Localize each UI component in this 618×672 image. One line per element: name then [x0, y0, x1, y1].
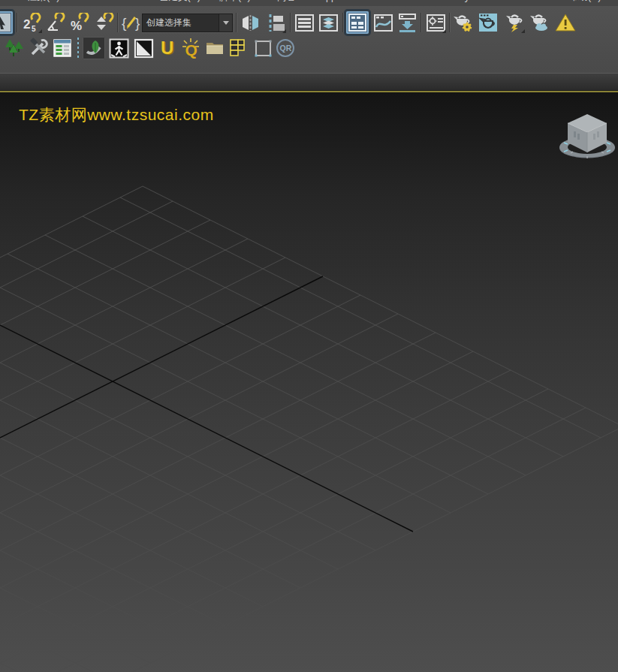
- edit-named-selection-sets-button[interactable]: { }: [120, 11, 143, 34]
- render-production-button[interactable]: [503, 11, 526, 34]
- diagonal-split-button[interactable]: [132, 37, 155, 59]
- chevron-down-icon: [223, 21, 229, 25]
- selection-frame-button[interactable]: [252, 37, 274, 59]
- separator: [236, 13, 237, 32]
- menu-item[interactable]: 渲染(R): [28, 0, 59, 5]
- angle-icon: [48, 21, 58, 30]
- plugin-toolbar: U U Q: [0, 36, 618, 60]
- mirror-right-shape: [252, 16, 258, 30]
- separator: [17, 13, 18, 32]
- letter-u-tool-button[interactable]: U U: [157, 37, 179, 59]
- magnet-icon: [55, 13, 63, 22]
- pedestrian-button[interactable]: [107, 37, 130, 59]
- separator: [421, 13, 422, 32]
- schematic-view-button[interactable]: [396, 11, 418, 34]
- watermark-text: TZ素材网www.tzsucai.com: [19, 104, 214, 125]
- rendered-frame-window-button[interactable]: [477, 11, 499, 34]
- named-selection-set-value: 创建选择集: [143, 17, 219, 29]
- menu-item[interactable]: Civil View: [83, 0, 123, 5]
- align-bar-top: [273, 16, 283, 22]
- snap-2-glyph: 2: [23, 17, 30, 32]
- pencil-icon: [128, 17, 135, 27]
- render-setup-button[interactable]: [451, 11, 474, 34]
- menu-item[interactable]: 脚本(S): [219, 0, 251, 5]
- letter-u-glyph: U: [161, 38, 173, 58]
- perspective-viewport[interactable]: TZ素材网www.tzsucai.com: [0, 91, 618, 672]
- menu-item[interactable]: Arnold: [390, 0, 418, 5]
- separator: [342, 13, 344, 32]
- home-grid: [0, 92, 618, 672]
- snaps-toggle-button[interactable]: 2 5: [20, 11, 43, 34]
- 3dsmax-window: { "menu_bar": { "items": [ {"label":"图形编…: [0, 0, 618, 672]
- mirror-button[interactable]: [239, 11, 261, 34]
- magnet-icon: [104, 13, 112, 22]
- scene-explorer-button[interactable]: [293, 11, 315, 34]
- separator: [449, 13, 451, 32]
- main-toolbar: 2 5 %: [0, 11, 618, 36]
- layer-explorer-button[interactable]: [317, 11, 339, 34]
- mirror-left-shape: [243, 16, 249, 30]
- tools-wrench-hammer-button[interactable]: [27, 37, 50, 59]
- forest-trees-button[interactable]: [3, 37, 26, 59]
- ribbon-toggle-button[interactable]: [346, 11, 369, 34]
- yellow-blocks-button[interactable]: [228, 37, 250, 59]
- flyout-corner: [521, 29, 525, 33]
- menu-item[interactable]: RappaTools3: [314, 0, 369, 5]
- spinner-snap-button[interactable]: [92, 11, 115, 34]
- menu-item[interactable]: 自定义(U): [159, 0, 200, 5]
- brace-open-glyph: {: [122, 15, 127, 31]
- block-shape: [231, 40, 238, 45]
- percent-glyph: %: [71, 19, 82, 33]
- menu-item[interactable]: V-Ray: [444, 0, 469, 5]
- separator: [117, 13, 119, 32]
- menu-bar: 图形编辑器(D)渲染(R)Civil View自定义(U)脚本(S)内容Rapp…: [0, 0, 618, 6]
- render-warning-button[interactable]: [554, 11, 577, 34]
- frame-shape: [256, 41, 270, 56]
- down-arrow-icon: [97, 25, 106, 30]
- align-button[interactable]: [264, 11, 287, 34]
- toolbar-drag-handle[interactable]: [77, 38, 79, 59]
- curve-icon: [376, 21, 390, 27]
- letter-q-glyph: Q: [185, 41, 197, 59]
- flyout-corner: [38, 29, 42, 33]
- qr-glyph: QR: [280, 44, 292, 53]
- brace-close-glyph: }: [135, 15, 140, 31]
- teapot-icon: [509, 18, 520, 25]
- down-arrow-icon: [402, 21, 413, 29]
- cursor-arrow-icon: [0, 14, 11, 32]
- snap-5-glyph: 5: [32, 25, 36, 33]
- menu-item[interactable]: 内容: [277, 0, 296, 5]
- percent-snap-button[interactable]: %: [68, 11, 91, 34]
- quicksilver-q-button[interactable]: Q: [180, 37, 203, 59]
- ribbon-strip[interactable]: [0, 73, 618, 91]
- menu-item[interactable]: 帮助(H): [569, 0, 601, 5]
- menu-item[interactable]: Interactive: [491, 0, 535, 5]
- material-editor-button[interactable]: [424, 11, 447, 34]
- qr-tool-button[interactable]: QR: [274, 37, 297, 59]
- angle-snap-button[interactable]: [44, 11, 67, 34]
- toolbar-area: 2 5 %: [0, 6, 618, 73]
- viewcube[interactable]: [557, 109, 617, 169]
- dropdown-arrow-button[interactable]: [219, 14, 232, 32]
- flyout-corner: [442, 29, 446, 33]
- select-object-button[interactable]: [0, 11, 13, 34]
- flyout-corner: [282, 29, 286, 33]
- render-in-cloud-button[interactable]: [528, 11, 550, 34]
- separator: [290, 13, 291, 32]
- list-manager-button[interactable]: [51, 37, 74, 59]
- person-icon: [117, 41, 121, 45]
- lightning-icon: [511, 25, 518, 32]
- leaf-tool-button[interactable]: [83, 37, 105, 59]
- material-sphere-icon: [430, 18, 435, 23]
- named-selection-set-dropdown[interactable]: 创建选择集: [142, 14, 233, 32]
- open-folder-button[interactable]: [203, 37, 226, 59]
- magnet-icon: [31, 13, 39, 23]
- curve-editor-button[interactable]: [372, 11, 394, 34]
